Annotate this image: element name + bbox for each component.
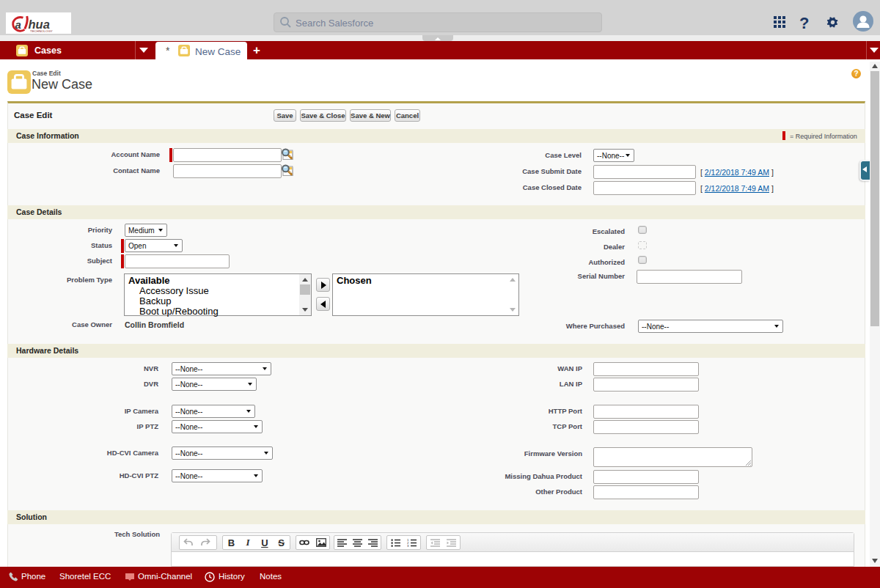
svg-text:a: a xyxy=(15,18,21,31)
svg-text:hua: hua xyxy=(29,18,50,31)
svg-text:3: 3 xyxy=(407,544,409,547)
svg-text:TECHNOLOGY: TECHNOLOGY xyxy=(30,29,53,33)
